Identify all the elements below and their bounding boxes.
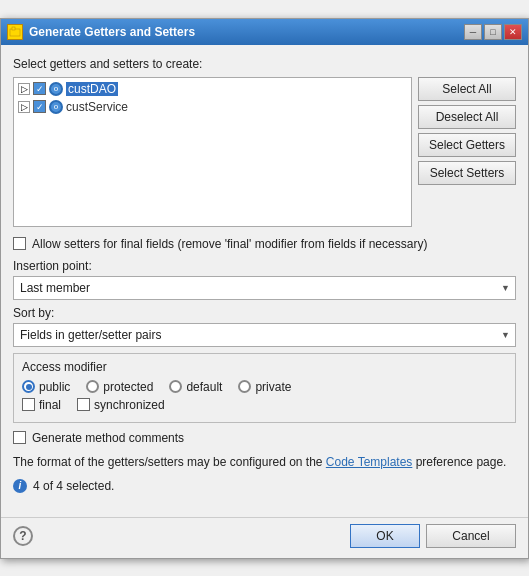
- code-templates-link[interactable]: Code Templates: [326, 455, 413, 469]
- tree-panel[interactable]: ▷ custDAO ▷ custService: [13, 77, 412, 227]
- checkbox-custservice[interactable]: [33, 100, 46, 113]
- generate-comments-label: Generate method comments: [32, 431, 184, 445]
- link-row-suffix: preference page.: [412, 455, 506, 469]
- tree-item-custservice[interactable]: ▷ custService: [16, 98, 409, 116]
- expand-icon-custdao[interactable]: ▷: [18, 83, 30, 95]
- checkbox-row-final-sync: final synchronized: [22, 398, 507, 412]
- synchronized-checkbox-item[interactable]: synchronized: [77, 398, 165, 412]
- sort-by-group: Sort by: Fields in getter/setter pairs A…: [13, 306, 516, 347]
- final-checkbox[interactable]: [22, 398, 35, 411]
- radio-row-main: public protected default private: [22, 380, 507, 394]
- insertion-point-group: Insertion point: Last member First membe…: [13, 259, 516, 300]
- expand-icon-custservice[interactable]: ▷: [18, 101, 30, 113]
- cancel-button[interactable]: Cancel: [426, 524, 516, 548]
- titlebar: Generate Getters and Setters ─ □ ✕: [1, 19, 528, 45]
- insertion-point-select[interactable]: Last member First member After construct…: [13, 276, 516, 300]
- info-row: i 4 of 4 selected.: [13, 479, 516, 493]
- radio-item-public[interactable]: public: [22, 380, 70, 394]
- deselect-all-button[interactable]: Deselect All: [418, 105, 516, 129]
- final-checkbox-item[interactable]: final: [22, 398, 61, 412]
- radio-public[interactable]: [22, 380, 35, 393]
- generate-comments-checkbox[interactable]: [13, 431, 26, 444]
- tree-panel-wrapper: ▷ custDAO ▷ custService Select All Desel…: [13, 77, 516, 227]
- allow-setters-row: Allow setters for final fields (remove '…: [13, 237, 516, 251]
- radio-label-protected: protected: [103, 380, 153, 394]
- close-button[interactable]: ✕: [504, 24, 522, 40]
- sort-by-select-wrapper: Fields in getter/setter pairs Alphabetic…: [13, 323, 516, 347]
- radio-protected[interactable]: [86, 380, 99, 393]
- bottom-buttons: OK Cancel: [350, 524, 516, 548]
- select-setters-button[interactable]: Select Setters: [418, 161, 516, 185]
- radio-default[interactable]: [169, 380, 182, 393]
- link-row: The format of the getters/setters may be…: [13, 453, 516, 471]
- radio-item-default[interactable]: default: [169, 380, 222, 394]
- titlebar-buttons: ─ □ ✕: [464, 24, 522, 40]
- synchronized-checkbox[interactable]: [77, 398, 90, 411]
- svg-rect-1: [12, 27, 15, 30]
- insertion-point-label: Insertion point:: [13, 259, 516, 273]
- dialog-content: Select getters and setters to create: ▷ …: [1, 45, 528, 513]
- tree-label-custdao: custDAO: [66, 82, 118, 96]
- ok-button[interactable]: OK: [350, 524, 420, 548]
- allow-setters-label: Allow setters for final fields (remove '…: [32, 237, 427, 251]
- bottom-bar: ? OK Cancel: [1, 517, 528, 558]
- help-button[interactable]: ?: [13, 526, 33, 546]
- radio-item-protected[interactable]: protected: [86, 380, 153, 394]
- sort-by-label: Sort by:: [13, 306, 516, 320]
- side-buttons: Select All Deselect All Select Getters S…: [418, 77, 516, 227]
- final-label: final: [39, 398, 61, 412]
- radio-item-private[interactable]: private: [238, 380, 291, 394]
- titlebar-title: Generate Getters and Setters: [29, 25, 195, 39]
- radio-label-private: private: [255, 380, 291, 394]
- section-label: Select getters and setters to create:: [13, 57, 516, 71]
- node-icon-custservice: [49, 100, 63, 114]
- radio-private[interactable]: [238, 380, 251, 393]
- link-row-prefix: The format of the getters/setters may be…: [13, 455, 326, 469]
- dialog-window: Generate Getters and Setters ─ □ ✕ Selec…: [0, 18, 529, 559]
- tree-label-custservice: custService: [66, 100, 128, 114]
- access-modifier-title: Access modifier: [22, 360, 507, 374]
- titlebar-icon: [7, 24, 23, 40]
- maximize-button[interactable]: □: [484, 24, 502, 40]
- radio-label-default: default: [186, 380, 222, 394]
- node-icon-custdao: [49, 82, 63, 96]
- select-getters-button[interactable]: Select Getters: [418, 133, 516, 157]
- synchronized-label: synchronized: [94, 398, 165, 412]
- radio-label-public: public: [39, 380, 70, 394]
- insertion-point-select-wrapper: Last member First member After construct…: [13, 276, 516, 300]
- access-modifier-group: Access modifier public protected default…: [13, 353, 516, 423]
- allow-setters-checkbox[interactable]: [13, 237, 26, 250]
- info-icon: i: [13, 479, 27, 493]
- info-text: 4 of 4 selected.: [33, 479, 114, 493]
- generate-comments-row: Generate method comments: [13, 431, 516, 445]
- sort-by-select[interactable]: Fields in getter/setter pairs Alphabetic…: [13, 323, 516, 347]
- tree-item-custdao[interactable]: ▷ custDAO: [16, 80, 409, 98]
- minimize-button[interactable]: ─: [464, 24, 482, 40]
- checkbox-custdao[interactable]: [33, 82, 46, 95]
- titlebar-left: Generate Getters and Setters: [7, 24, 195, 40]
- select-all-button[interactable]: Select All: [418, 77, 516, 101]
